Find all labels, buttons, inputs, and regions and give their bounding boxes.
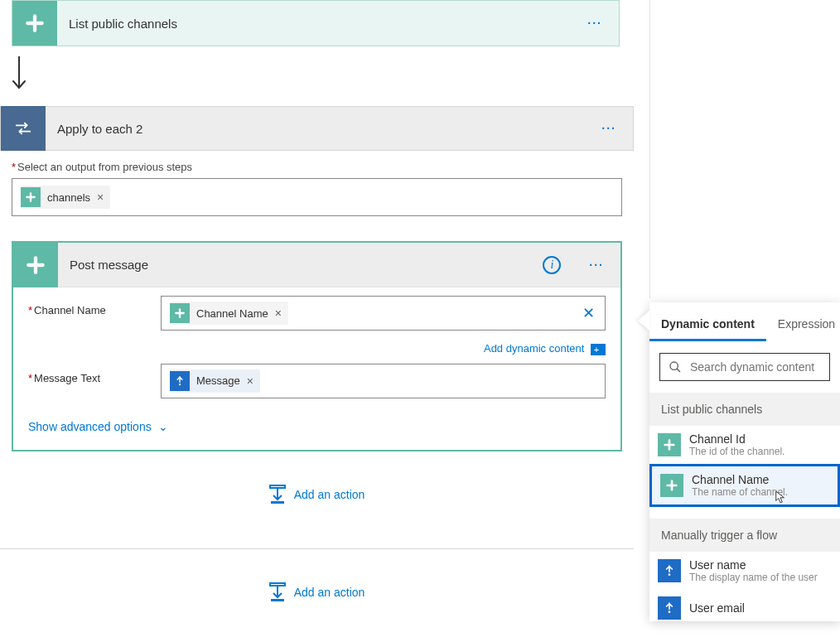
token-remove-icon[interactable]: ×	[247, 374, 253, 388]
step-title: Post message	[58, 258, 543, 272]
step-header: List public channels ···	[12, 1, 619, 46]
step-list-public-channels[interactable]: List public channels ···	[12, 0, 620, 46]
svg-rect-1	[26, 22, 44, 25]
step-menu-icon[interactable]: ···	[572, 258, 620, 272]
trigger-icon	[658, 596, 681, 620]
trigger-icon	[658, 559, 681, 582]
slack-icon	[12, 1, 57, 46]
chevron-down-icon: ⌄	[158, 420, 168, 433]
message-text-label: *Message Text	[28, 364, 161, 384]
dyn-item-channel-name[interactable]: Channel Name The name of channel.	[649, 464, 840, 507]
right-divider	[649, 0, 650, 298]
dynamic-search-input[interactable]	[690, 360, 835, 374]
channel-name-label: *Channel Name	[28, 296, 161, 316]
token-channels: channels ×	[21, 186, 110, 209]
tab-dynamic-content[interactable]: Dynamic content	[649, 317, 766, 341]
svg-rect-9	[270, 485, 285, 488]
loop-icon	[1, 106, 46, 151]
dyn-item-title: User email	[689, 601, 745, 615]
insert-icon	[269, 485, 286, 504]
dyn-section-title: List public channels	[649, 393, 840, 426]
insert-icon	[269, 582, 286, 602]
svg-rect-12	[271, 599, 284, 601]
svg-rect-10	[271, 501, 284, 504]
svg-point-8	[179, 383, 181, 384]
output-label: *Select an output from previous steps	[12, 161, 622, 173]
dyn-section-list-channels: List public channels Channel Id The id o…	[649, 393, 840, 507]
token-message: Message ×	[170, 369, 260, 393]
add-action-button[interactable]: Add an action	[269, 582, 365, 602]
dyn-section-title: Manually trigger a flow	[649, 519, 840, 552]
slack-icon	[13, 243, 58, 287]
svg-rect-11	[270, 583, 285, 586]
flow-arrow-icon	[12, 46, 620, 106]
channel-name-input[interactable]: Channel Name × ✕	[161, 296, 606, 331]
dyn-item-title: Channel Id	[689, 432, 784, 446]
svg-rect-15	[664, 444, 674, 447]
add-dynamic-icon[interactable]: +	[591, 344, 602, 355]
step-title: Apply to each 2	[46, 122, 585, 136]
token-label: Channel Name	[196, 307, 268, 320]
dyn-section-manual-trigger: Manually trigger a flow User name The di…	[649, 519, 840, 621]
svg-point-13	[670, 362, 678, 369]
add-dynamic-row: Add dynamic content +	[13, 339, 620, 355]
slack-icon	[660, 474, 683, 497]
message-text-input[interactable]: Message ×	[161, 364, 606, 398]
svg-rect-7	[175, 312, 185, 314]
dyn-item-desc: The id of the channel.	[689, 446, 784, 457]
token-remove-icon[interactable]: ×	[275, 307, 282, 320]
dyn-item-desc: The name of channel.	[692, 486, 788, 498]
dynamic-content-panel: Dynamic content Expression List public c…	[649, 302, 840, 621]
svg-rect-5	[27, 263, 45, 266]
step-apply-to-each: Apply to each 2 ··· *Select an output fr…	[0, 106, 634, 613]
show-advanced-options[interactable]: Show advanced options⌄	[13, 407, 620, 450]
add-action-label: Add an action	[294, 488, 365, 501]
right-panel: Dynamic content Expression List public c…	[649, 0, 840, 642]
slack-icon	[21, 187, 41, 207]
dynamic-bar-icon	[602, 344, 606, 355]
dynamic-search[interactable]	[659, 353, 830, 381]
trigger-icon	[170, 371, 190, 391]
add-dynamic-content-link[interactable]: Add dynamic content	[484, 342, 584, 355]
dyn-item-user-email[interactable]: User email	[649, 590, 840, 621]
step-menu-icon[interactable]: ···	[571, 17, 619, 30]
add-action-inner: Add an action	[12, 451, 622, 540]
dyn-item-user-name[interactable]: User name The display name of the user	[649, 552, 840, 590]
add-action-label: Add an action	[294, 586, 365, 599]
token-label: Message	[196, 374, 240, 387]
dynamic-tabs: Dynamic content Expression	[649, 302, 840, 341]
search-icon	[669, 360, 682, 374]
add-action-button[interactable]: Add an action	[269, 485, 365, 504]
step-header[interactable]: Apply to each 2 ···	[0, 106, 634, 151]
dyn-item-channel-id[interactable]: Channel Id The id of the channel.	[649, 426, 840, 464]
add-action-outer: Add an action	[0, 549, 634, 613]
channel-name-row: *Channel Name Channel Name × ✕	[13, 287, 620, 339]
dyn-item-desc: The display name of the user	[689, 572, 818, 583]
callout-arrow-icon	[638, 311, 649, 331]
token-remove-icon[interactable]: ×	[97, 191, 104, 204]
token-label: channels	[47, 191, 90, 204]
message-text-row: *Message Text Message ×	[13, 355, 620, 407]
svg-rect-17	[666, 485, 677, 487]
slack-icon	[170, 303, 190, 323]
step-post-message: Post message i ··· *Channel Name Channel…	[12, 241, 622, 451]
dyn-item-title: User name	[689, 558, 818, 572]
token-channel-name: Channel Name ×	[170, 302, 288, 325]
slack-icon	[658, 433, 681, 456]
svg-point-19	[669, 611, 671, 613]
tab-expression[interactable]: Expression	[766, 317, 840, 341]
step-header[interactable]: Post message i ···	[13, 243, 620, 287]
svg-rect-3	[26, 196, 36, 198]
output-input[interactable]: channels ×	[12, 178, 622, 216]
dyn-item-title: Channel Name	[692, 473, 788, 486]
step-title: List public channels	[57, 17, 571, 31]
step-menu-icon[interactable]: ···	[585, 122, 633, 135]
clear-icon[interactable]: ✕	[579, 304, 598, 322]
svg-point-18	[669, 573, 671, 576]
info-icon[interactable]: i	[543, 256, 561, 274]
